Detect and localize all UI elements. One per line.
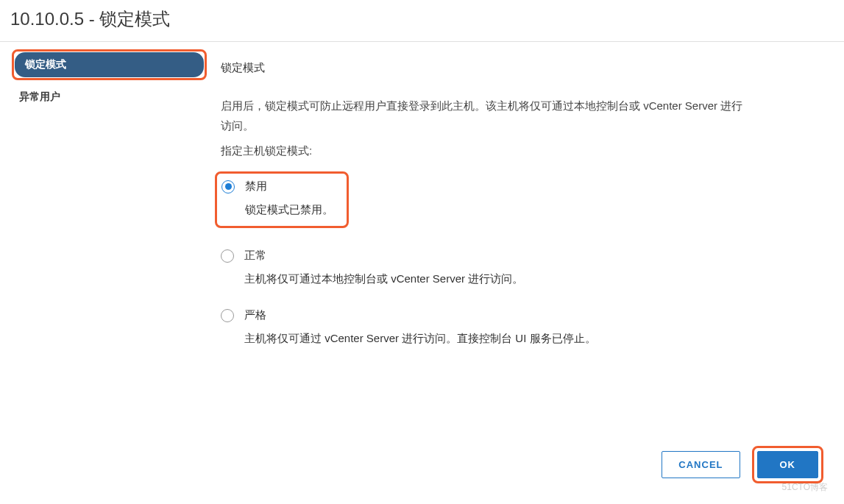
dialog-body: 锁定模式 异常用户 锁定模式 启用后，锁定模式可防止远程用户直接登录到此主机。该… (0, 45, 844, 368)
radio-button-normal[interactable] (221, 249, 234, 263)
radio-label[interactable]: 严格 (244, 308, 266, 322)
radio-group: 禁用 锁定模式已禁用。 正常 主机将仅可通过本地控制台或 vCenter Ser… (221, 171, 829, 347)
ok-button[interactable]: OK (757, 451, 819, 478)
highlight-annotation-disabled-option: 禁用 锁定模式已禁用。 (215, 171, 349, 228)
description-text: 启用后，锁定模式可防止远程用户直接登录到此主机。该主机将仅可通过本地控制台或 v… (221, 96, 743, 135)
radio-label[interactable]: 禁用 (245, 180, 267, 194)
radio-label[interactable]: 正常 (244, 249, 266, 263)
sidebar-item-label: 异常用户 (19, 90, 60, 102)
section-title: 锁定模式 (221, 61, 829, 75)
highlight-annotation-ok: OK (752, 446, 824, 483)
sidebar-item-exception-users[interactable]: 异常用户 (9, 85, 213, 110)
sidebar-item-label: 锁定模式 (25, 58, 66, 70)
dialog-title: 10.10.0.5 - 锁定模式 (0, 0, 844, 42)
sidebar: 锁定模式 异常用户 (0, 45, 213, 368)
radio-option-strict: 严格 主机将仅可通过 vCenter Server 进行访问。直接控制台 UI … (221, 308, 829, 347)
dialog-footer: CANCEL OK (662, 446, 823, 483)
radio-button-strict[interactable] (221, 309, 234, 322)
radio-option-normal: 正常 主机将仅可通过本地控制台或 vCenter Server 进行访问。 (221, 249, 829, 288)
radio-description: 锁定模式已禁用。 (245, 201, 333, 219)
radio-description: 主机将仅可通过 vCenter Server 进行访问。直接控制台 UI 服务已… (244, 330, 829, 347)
highlight-annotation-sidebar: 锁定模式 (12, 49, 207, 80)
sidebar-item-lockdown-mode[interactable]: 锁定模式 (15, 52, 204, 77)
main-panel: 锁定模式 启用后，锁定模式可防止远程用户直接登录到此主机。该主机将仅可通过本地控… (213, 45, 844, 368)
radio-option-disabled: 禁用 锁定模式已禁用。 (221, 180, 333, 219)
cancel-button[interactable]: CANCEL (662, 451, 740, 478)
radio-description: 主机将仅可通过本地控制台或 vCenter Server 进行访问。 (244, 270, 829, 288)
radio-button-disabled[interactable] (221, 180, 235, 194)
sub-label: 指定主机锁定模式: (221, 144, 829, 158)
